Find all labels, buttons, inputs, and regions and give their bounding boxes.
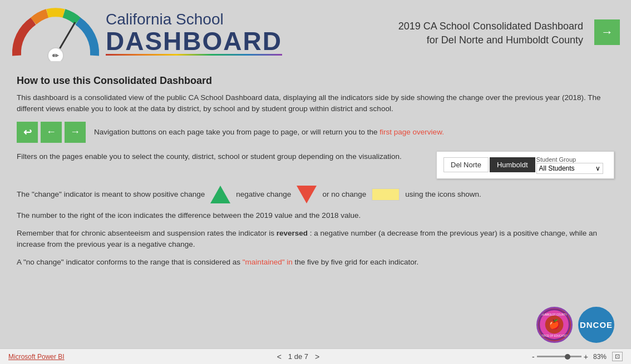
- no-change-text: or no change: [322, 190, 366, 198]
- page-info: 1 de 7: [288, 352, 308, 361]
- header: ✏ California School DASHBOARD 2019 CA Sc…: [0, 0, 631, 67]
- gauge-logo: ✏: [6, 6, 106, 61]
- dncoe-text: DNCOE: [580, 320, 613, 330]
- zoom-slider[interactable]: [537, 356, 581, 357]
- nav-buttons-row: ↩ ← → Navigation buttons on each page ta…: [17, 122, 614, 143]
- number-paragraph: The number to the right of the icon indi…: [17, 210, 614, 221]
- svg-text:🍎: 🍎: [549, 318, 560, 330]
- powerbi-link[interactable]: Microsoft Power BI: [8, 353, 65, 361]
- positive-change-icon: [210, 186, 230, 203]
- chevron-down-icon: ∨: [595, 164, 600, 172]
- next-page-btn[interactable]: >: [313, 352, 322, 361]
- nav-description: Navigation buttons on each page take you…: [94, 128, 444, 136]
- zoom-slider-thumb[interactable]: [565, 354, 570, 360]
- right-section: 2019 CA School Consolidated Dashboard fo…: [382, 19, 620, 47]
- del-norte-filter-btn[interactable]: Del Norte: [443, 157, 489, 172]
- nochange-paragraph: A "no change" indicator conforms to the …: [17, 257, 614, 268]
- bottom-logos: 🍎 ★ HUMBOLDT COUNTY ★ OFFICE OF EDUCATIO…: [0, 304, 631, 348]
- zoom-minus-icon[interactable]: -: [532, 352, 535, 361]
- header-subtitle: 2019 CA School Consolidated Dashboard fo…: [398, 19, 583, 47]
- svg-text:★ HUMBOLDT COUNTY ★: ★ HUMBOLDT COUNTY ★: [539, 313, 570, 316]
- header-title-top: California School: [106, 11, 282, 28]
- negative-change-text: negative change: [236, 190, 291, 198]
- prev-page-btn[interactable]: <: [275, 352, 284, 361]
- next-page-button[interactable]: →: [594, 19, 620, 45]
- header-title-bottom: DASHBOARD: [106, 28, 282, 54]
- header-subtitle-area: 2019 CA School Consolidated Dashboard fo…: [382, 19, 583, 47]
- humboldt-logo: 🍎 ★ HUMBOLDT COUNTY ★ OFFICE OF EDUCATIO…: [536, 307, 573, 343]
- negative-change-icon: [297, 186, 317, 203]
- change-suffix-text: using the icons shown.: [405, 190, 481, 198]
- zoom-controls: - + 83%: [532, 352, 607, 361]
- bottom-bar-right: - + 83% ⊡: [532, 352, 623, 361]
- return-home-button[interactable]: ↩: [17, 122, 38, 143]
- zoom-level: 83%: [593, 353, 607, 361]
- no-change-icon: [372, 188, 400, 201]
- svg-text:OFFICE OF EDUCATION: OFFICE OF EDUCATION: [540, 335, 569, 337]
- how-to-heading: How to use this Consolidated Dashboard: [17, 75, 614, 87]
- fit-screen-button[interactable]: ⊡: [612, 352, 623, 361]
- prev-button[interactable]: ←: [41, 122, 62, 143]
- bottom-bar-center: < 1 de 7 >: [275, 352, 322, 361]
- student-group-select[interactable]: All Students ∨: [536, 163, 603, 174]
- student-group-dropdown[interactable]: Student Group All Students ∨: [536, 156, 603, 174]
- bottom-bar-left: Microsoft Power BI: [8, 353, 65, 361]
- svg-text:✏: ✏: [52, 51, 59, 60]
- next-nav-button[interactable]: →: [65, 122, 86, 143]
- change-prefix-text: The "change" indicator is meant to show …: [17, 190, 205, 198]
- filters-row: Filters on the pages enable you to selec…: [17, 151, 614, 179]
- humboldt-filter-btn[interactable]: Humboldt: [490, 157, 535, 172]
- filters-description: Filters on the pages enable you to selec…: [17, 151, 436, 162]
- title-section: California School DASHBOARD: [106, 11, 282, 56]
- main-content: ✏ California School DASHBOARD 2019 CA Sc…: [0, 0, 631, 348]
- student-group-label: Student Group: [536, 156, 603, 163]
- reversed-prefix: Remember that for chronic absenteeism an…: [17, 229, 274, 237]
- body-content: How to use this Consolidated Dashboard T…: [0, 67, 631, 304]
- filter-widget: Del Norte Humboldt Student Group All Stu…: [436, 151, 614, 179]
- header-divider: [106, 54, 282, 56]
- intro-paragraph: This dashboard is a consolidated view of…: [17, 92, 614, 115]
- change-indicator-row: The "change" indicator is meant to show …: [17, 186, 614, 203]
- reversed-bold: reversed: [277, 229, 308, 237]
- reversed-paragraph: Remember that for chronic absenteeism an…: [17, 228, 614, 251]
- bottom-bar: Microsoft Power BI < 1 de 7 > - + 83% ⊡: [0, 348, 631, 364]
- dncoe-logo: DNCOE: [578, 307, 614, 343]
- zoom-plus-icon[interactable]: +: [584, 352, 588, 361]
